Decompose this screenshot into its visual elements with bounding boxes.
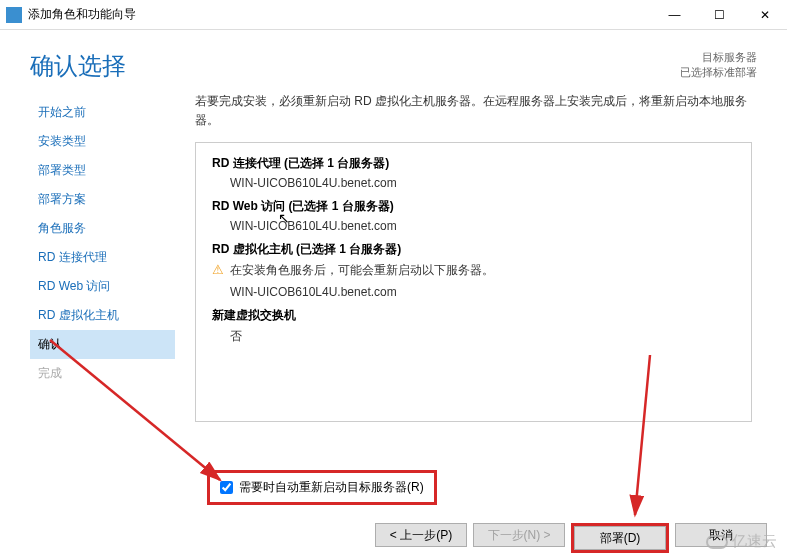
sidebar-item-confirm[interactable]: 确认: [30, 330, 175, 359]
sidebar-item-deploy-scenario[interactable]: 部署方案: [30, 185, 175, 214]
maximize-button[interactable]: ☐: [697, 0, 742, 30]
server-name: WIN-UICOB610L4U.benet.com: [212, 285, 735, 299]
deploy-highlight: 部署(D): [571, 523, 669, 553]
role-title: RD 连接代理 (已选择 1 台服务器): [212, 155, 735, 172]
target-label: 目标服务器: [680, 50, 757, 65]
sidebar: 开始之前 安装类型 部署类型 部署方案 角色服务 RD 连接代理 RD Web …: [30, 92, 175, 422]
role-block-broker: RD 连接代理 (已选择 1 台服务器) WIN-UICOB610L4U.ben…: [212, 155, 735, 190]
details-box: RD 连接代理 (已选择 1 台服务器) WIN-UICOB610L4U.ben…: [195, 142, 752, 422]
page-title: 确认选择: [30, 50, 126, 82]
close-button[interactable]: ✕: [742, 0, 787, 30]
sidebar-item-deploy-type[interactable]: 部署类型: [30, 156, 175, 185]
main-panel: 若要完成安装，必须重新启动 RD 虚拟化主机服务器。在远程服务器上安装完成后，将…: [175, 92, 772, 422]
next-button: 下一步(N) >: [473, 523, 565, 547]
vswitch-title: 新建虚拟交换机: [212, 307, 735, 324]
target-info: 目标服务器 已选择标准部署: [680, 50, 757, 81]
prev-button[interactable]: < 上一步(P): [375, 523, 467, 547]
watermark-text: 亿速云: [732, 532, 777, 551]
warning-text: 在安装角色服务后，可能会重新启动以下服务器。: [212, 262, 735, 279]
role-block-web: RD Web 访问 (已选择 1 台服务器) WIN-UICOB610L4U.b…: [212, 198, 735, 233]
sidebar-item-rd-web[interactable]: RD Web 访问: [30, 272, 175, 301]
role-block-virtual-host: RD 虚拟化主机 (已选择 1 台服务器) 在安装角色服务后，可能会重新启动以下…: [212, 241, 735, 299]
sidebar-item-role-services[interactable]: 角色服务: [30, 214, 175, 243]
restart-checkbox-label: 需要时自动重新启动目标服务器(R): [239, 479, 424, 496]
wizard-header: 确认选择 目标服务器 已选择标准部署: [0, 30, 787, 92]
description-text: 若要完成安装，必须重新启动 RD 虚拟化主机服务器。在远程服务器上安装完成后，将…: [195, 92, 752, 130]
role-title: RD Web 访问 (已选择 1 台服务器): [212, 198, 735, 215]
target-value: 已选择标准部署: [680, 65, 757, 80]
window-title: 添加角色和功能向导: [28, 6, 652, 23]
role-block-vswitch: 新建虚拟交换机 否: [212, 307, 735, 345]
role-title: RD 虚拟化主机 (已选择 1 台服务器): [212, 241, 735, 258]
watermark: 亿速云: [706, 532, 777, 551]
restart-checkbox[interactable]: [220, 481, 233, 494]
vswitch-value: 否: [212, 328, 735, 345]
sidebar-item-before-begin[interactable]: 开始之前: [30, 98, 175, 127]
sidebar-item-install-type[interactable]: 安装类型: [30, 127, 175, 156]
sidebar-item-complete: 完成: [30, 359, 175, 388]
server-name: WIN-UICOB610L4U.benet.com: [212, 219, 735, 233]
title-bar: 添加角色和功能向导 — ☐ ✕: [0, 0, 787, 30]
sidebar-item-rd-virtual-host[interactable]: RD 虚拟化主机: [30, 301, 175, 330]
minimize-button[interactable]: —: [652, 0, 697, 30]
sidebar-item-rd-broker[interactable]: RD 连接代理: [30, 243, 175, 272]
deploy-button[interactable]: 部署(D): [574, 526, 666, 550]
server-name: WIN-UICOB610L4U.benet.com: [212, 176, 735, 190]
watermark-icon: [706, 535, 728, 549]
app-icon: [6, 7, 22, 23]
restart-checkbox-row[interactable]: 需要时自动重新启动目标服务器(R): [207, 470, 437, 505]
